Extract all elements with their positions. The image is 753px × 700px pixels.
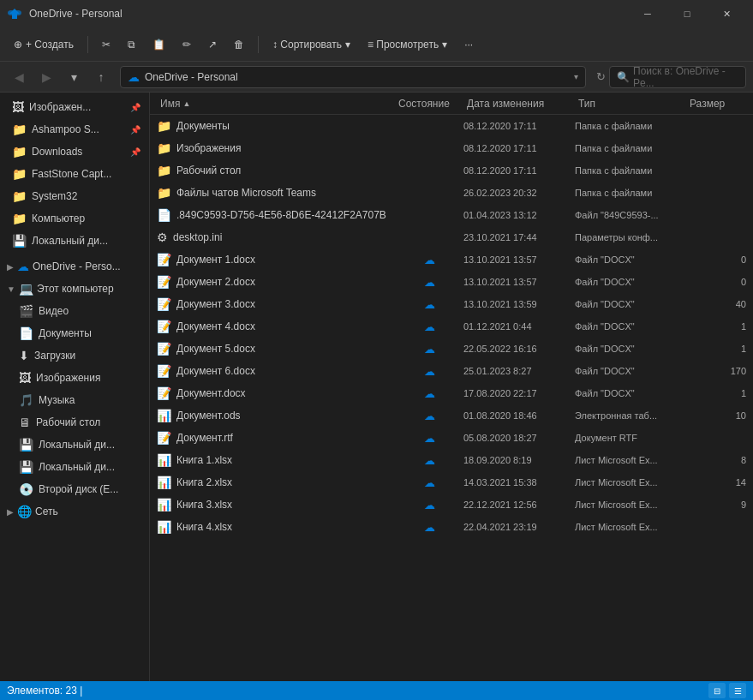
- file-name: Файлы чатов Microsoft Teams: [176, 187, 395, 199]
- sidebar-item-localdisk-quick[interactable]: 💾 Локальный ди...: [2, 230, 147, 252]
- rename-button[interactable]: ✏: [176, 32, 198, 57]
- sort-arrow-icon: ▲: [182, 99, 190, 108]
- sidebar-item-localdisk2[interactable]: 💾 Локальный ди...: [2, 456, 147, 478]
- cloud-status-icon: ☁: [424, 387, 435, 400]
- file-date: 25.01.2023 8:27: [463, 366, 575, 376]
- details-view-button[interactable]: ⊟: [708, 683, 726, 698]
- file-type-icon: 📝: [157, 342, 171, 356]
- list-view-button[interactable]: ☰: [729, 683, 746, 698]
- table-row[interactable]: 📁 Файлы чатов Microsoft Teams 26.02.2023…: [150, 182, 753, 204]
- file-name: Рабочий стол: [176, 165, 395, 176]
- file-size: 14: [686, 477, 746, 488]
- table-row[interactable]: 📝 Документ 3.docx ☁ 13.10.2021 13:59 Фай…: [150, 293, 753, 315]
- table-row[interactable]: 📝 Документ.rtf ☁ 05.08.2020 18:27 Докуме…: [150, 427, 753, 449]
- col-header-date[interactable]: Дата изменения: [463, 98, 575, 110]
- table-row[interactable]: 📊 Книга 2.xlsx ☁ 14.03.2021 15:38 Лист M…: [150, 471, 753, 494]
- file-type-icon: 📊: [157, 409, 171, 422]
- sidebar-item-localdisk1[interactable]: 💾 Локальный ди...: [2, 434, 147, 456]
- sidebar-item-faststone[interactable]: 📁 FastStone Capt...: [2, 163, 147, 185]
- close-button[interactable]: ✕: [707, 0, 746, 27]
- table-row[interactable]: 📝 Документ 1.docx ☁ 13.10.2021 13:57 Фай…: [150, 248, 753, 271]
- maximize-button[interactable]: □: [667, 0, 707, 27]
- col-header-size[interactable]: Размер: [686, 98, 746, 110]
- copy-button[interactable]: ⧉: [121, 32, 142, 57]
- col-header-type[interactable]: Тип: [575, 98, 686, 110]
- disk-e-icon: 💿: [19, 482, 33, 496]
- table-row[interactable]: 📁 Изображения 08.12.2020 17:11 Папка с ф…: [150, 137, 753, 159]
- table-row[interactable]: 📝 Документ.docx ☁ 17.08.2020 22:17 Файл …: [150, 382, 753, 404]
- sidebar-item-images2[interactable]: 🖼 Изображения: [2, 367, 147, 389]
- sidebar-item-zagr[interactable]: ⬇ Загрузки: [2, 344, 147, 367]
- cloud-status-icon: ☁: [424, 476, 435, 489]
- file-name: Документ 1.docx: [176, 254, 395, 266]
- sidebar-item-downloads[interactable]: 📁 Downloads 📌: [2, 141, 147, 163]
- table-row[interactable]: 📝 Документ 6.docx ☁ 25.01.2023 8:27 Файл…: [150, 360, 753, 382]
- this-computer-section-header[interactable]: ▼ 💻 Этот компьютер: [0, 278, 149, 300]
- sort-label: ↕ Сортировать: [272, 39, 342, 51]
- refresh-button[interactable]: ↻: [596, 70, 606, 83]
- view-button[interactable]: ≡ Просмотреть ▾: [361, 32, 454, 57]
- file-type-icon: 📝: [157, 386, 171, 400]
- table-row[interactable]: 📁 Рабочий стол 08.12.2020 17:11 Папка с …: [150, 159, 753, 182]
- col-header-name[interactable]: Имя ▲: [157, 98, 395, 110]
- paste-button[interactable]: 📋: [146, 32, 172, 57]
- table-row[interactable]: 📝 Документ 5.docx ☁ 22.05.2022 16:16 Фай…: [150, 338, 753, 360]
- file-type-label: Файл "DOCX": [575, 344, 686, 354]
- dropdown-history-button[interactable]: ▾: [62, 65, 86, 89]
- onedrive-section-header[interactable]: ▶ ☁ OneDrive - Perso...: [0, 255, 149, 278]
- file-type-label: Лист Microsoft Ex...: [575, 522, 686, 532]
- search-bar[interactable]: 🔍 Поиск в: OneDrive - Pe...: [609, 66, 746, 88]
- table-row[interactable]: 📝 Документ 2.docx ☁ 13.10.2021 13:57 Фай…: [150, 271, 753, 293]
- delete-button[interactable]: 🗑: [227, 32, 251, 57]
- table-row[interactable]: 📄 .849C9593-D756-4E56-8D6E-42412F2A707B …: [150, 204, 753, 226]
- onedrive-section-label: OneDrive - Perso...: [33, 260, 121, 272]
- col-status-label: Состояние: [398, 98, 450, 110]
- address-bar[interactable]: ☁ OneDrive - Personal ▾: [120, 66, 586, 88]
- back-button[interactable]: ◀: [7, 65, 31, 89]
- more-button[interactable]: ···: [457, 32, 480, 57]
- sidebar-item-kompconfig[interactable]: 📁 Компьютер: [2, 207, 147, 230]
- forward-button[interactable]: ▶: [34, 65, 58, 89]
- sidebar-item-disk-e[interactable]: 💿 Второй диск (E...: [2, 478, 147, 500]
- file-status: ☁: [395, 387, 463, 400]
- table-row[interactable]: 📊 Книга 1.xlsx ☁ 18.09.2020 8:19 Лист Mi…: [150, 449, 753, 471]
- view-chevron-icon: ▾: [442, 39, 447, 51]
- network-section-header[interactable]: ▶ 🌐 Сеть: [0, 500, 149, 523]
- share-button[interactable]: ↗: [201, 32, 224, 57]
- file-name: Документ 6.docx: [176, 365, 395, 377]
- col-header-status[interactable]: Состояние: [395, 98, 463, 110]
- file-size: 1: [686, 321, 746, 332]
- table-row[interactable]: 📊 Книга 4.xlsx ☁ 22.04.2021 23:19 Лист M…: [150, 516, 753, 538]
- sort-button[interactable]: ↕ Сортировать ▾: [266, 32, 357, 57]
- table-row[interactable]: 📝 Документ 4.docx ☁ 01.12.2021 0:44 Файл…: [150, 315, 753, 338]
- sidebar-item-video[interactable]: 🎬 Видео: [2, 300, 147, 322]
- sidebar-item-system32[interactable]: 📁 System32: [2, 185, 147, 207]
- file-size: 40: [686, 299, 746, 309]
- sidebar-item-music[interactable]: 🎵 Музыка: [2, 389, 147, 411]
- file-type-icon: ⚙: [157, 230, 168, 244]
- file-date: 14.03.2021 15:38: [463, 477, 575, 488]
- sidebar-item-documents[interactable]: 📄 Документы: [2, 322, 147, 344]
- ashampoo-folder-icon: 📁: [12, 123, 27, 136]
- address-path: OneDrive - Personal: [145, 71, 569, 83]
- file-date: 05.08.2020 18:27: [463, 433, 575, 443]
- minimize-button[interactable]: ─: [628, 0, 667, 27]
- sidebar-item-images[interactable]: 🖼 Изображен... 📌: [2, 96, 147, 118]
- cloud-status-icon: ☁: [424, 343, 435, 356]
- file-date: 22.12.2021 12:56: [463, 500, 575, 510]
- table-row[interactable]: 📊 Книга 3.xlsx ☁ 22.12.2021 12:56 Лист M…: [150, 494, 753, 516]
- up-button[interactable]: ↑: [89, 65, 113, 89]
- file-name: .849C9593-D756-4E56-8D6E-42412F2A707B: [176, 209, 395, 221]
- file-status: ☁: [395, 343, 463, 356]
- cut-button[interactable]: ✂: [95, 32, 117, 57]
- table-row[interactable]: ⚙ desktop.ini 23.10.2021 17:44 Параметры…: [150, 226, 753, 248]
- toolbar-separator-2: [258, 36, 259, 53]
- table-row[interactable]: 📁 Документы 08.12.2020 17:11 Папка с фай…: [150, 115, 753, 137]
- localdisk-quick-icon: 💾: [12, 234, 27, 248]
- sidebar-item-desktop[interactable]: 🖥 Рабочий стол: [2, 411, 147, 434]
- network-label: Сеть: [35, 506, 58, 518]
- create-button[interactable]: ⊕ + Создать: [7, 32, 81, 57]
- table-row[interactable]: 📊 Документ.ods ☁ 01.08.2020 18:46 Электр…: [150, 404, 753, 427]
- sidebar-item-ashampoo[interactable]: 📁 Ashampoo S... 📌: [2, 118, 147, 141]
- this-computer-label: Этот компьютер: [37, 283, 114, 295]
